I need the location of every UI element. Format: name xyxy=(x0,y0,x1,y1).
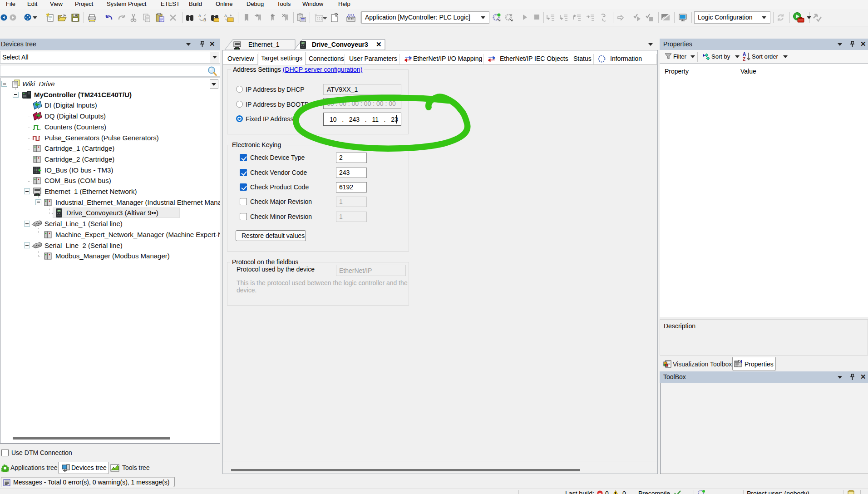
svg-text:A: A xyxy=(743,52,746,57)
svg-text:A: A xyxy=(224,14,227,18)
svg-text:A: A xyxy=(198,14,201,18)
svg-text:Z: Z xyxy=(743,57,745,62)
svg-text:B: B xyxy=(203,18,206,22)
